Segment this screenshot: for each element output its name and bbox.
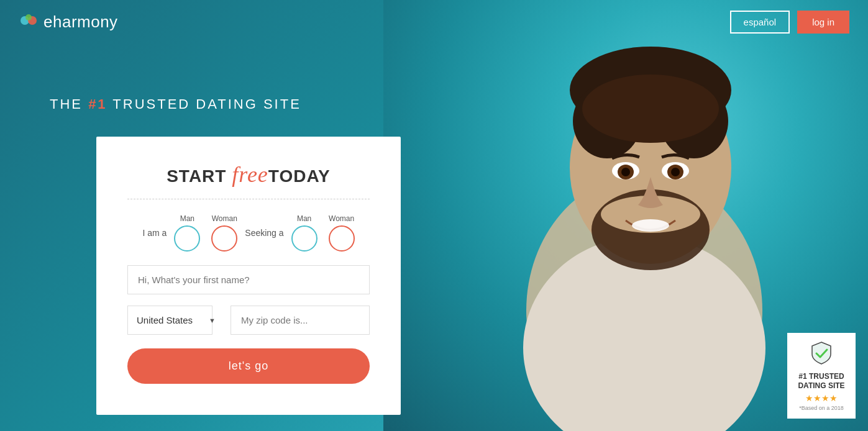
- svg-point-15: [632, 219, 669, 232]
- svg-point-14: [671, 168, 680, 176]
- tagline: THE #1 TRUSTED DATING SITE: [50, 96, 301, 112]
- i-am-man-radio[interactable]: [174, 225, 200, 252]
- woman-label-1: Woman: [211, 214, 237, 223]
- i-am-a-label: I am a: [142, 228, 167, 238]
- zip-code-input[interactable]: [231, 306, 370, 335]
- man-label-2: Man: [291, 214, 318, 223]
- i-am-woman-radio[interactable]: [211, 225, 237, 252]
- tagline-prefix: THE: [50, 96, 88, 112]
- trust-badge-note: *Based on a 2018: [796, 405, 847, 411]
- logo-text: eharmony: [43, 12, 118, 32]
- form-title-free: free: [232, 162, 268, 187]
- seeking-a-labels: Man Woman: [291, 214, 355, 223]
- location-row: United States Canada United Kingdom Aust…: [127, 306, 370, 335]
- form-title-start: START: [167, 166, 232, 186]
- i-am-a-labels: Man Woman: [174, 214, 237, 223]
- form-title: START freeTODAY: [127, 161, 370, 188]
- svg-point-6: [582, 75, 719, 143]
- signup-form-card: START freeTODAY I am a Man Woman Seeking…: [96, 137, 401, 415]
- header: eharmony español log in: [0, 0, 868, 43]
- form-title-today: TODAY: [268, 166, 331, 186]
- trust-badge-icon: [796, 340, 847, 370]
- logo[interactable]: eharmony: [19, 12, 118, 32]
- seeking-a-radios: [291, 225, 355, 252]
- tagline-suffix: TRUSTED DATING SITE: [107, 96, 301, 112]
- header-buttons: español log in: [730, 11, 849, 34]
- man-label-1: Man: [174, 214, 200, 223]
- logo-icon: [19, 12, 39, 32]
- trust-badge: #1 TRUSTED DATING SITE ★★★★ *Based on a …: [787, 333, 856, 419]
- tagline-number: #1: [88, 96, 107, 112]
- woman-label-2: Woman: [329, 214, 355, 223]
- seeking-a-options: Man Woman: [291, 214, 355, 252]
- gender-selection: I am a Man Woman Seeking a Man Woman: [127, 214, 370, 252]
- login-button[interactable]: log in: [797, 11, 849, 34]
- lets-go-button[interactable]: let's go: [127, 348, 370, 384]
- trust-badge-stars: ★★★★: [796, 393, 847, 403]
- form-divider: [127, 199, 370, 199]
- espanol-button[interactable]: español: [730, 11, 790, 34]
- first-name-input[interactable]: [127, 265, 370, 294]
- trust-badge-title: #1 TRUSTED DATING SITE: [796, 372, 847, 391]
- i-am-a-radios: [174, 225, 237, 252]
- seek-man-radio[interactable]: [291, 225, 318, 252]
- seeking-a-label: Seeking a: [245, 228, 283, 238]
- i-am-a-options: Man Woman: [174, 214, 237, 252]
- svg-point-18: [25, 14, 32, 20]
- country-select[interactable]: United States Canada United Kingdom Aust…: [127, 306, 212, 335]
- seek-woman-radio[interactable]: [329, 225, 355, 252]
- country-select-wrapper: United States Canada United Kingdom Aust…: [127, 306, 223, 335]
- svg-point-13: [621, 168, 630, 176]
